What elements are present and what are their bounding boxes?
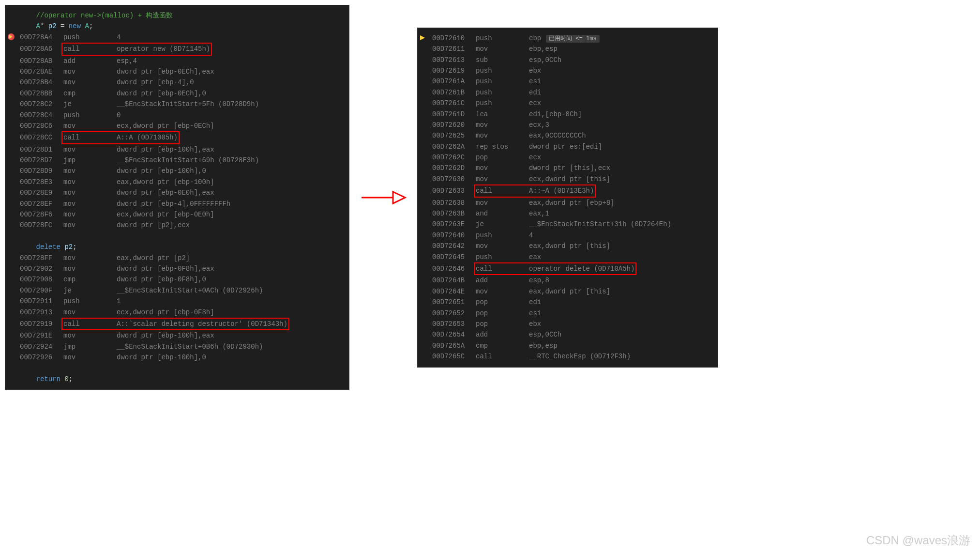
asm-line[interactable]: 00D728E3moveax,dword ptr [ebp-100h] — [20, 177, 344, 187]
asm-line[interactable]: 00D7265Ccall__RTC_CheckEsp (0D712F3h) — [432, 351, 713, 362]
asm-line[interactable]: 00D7262Arep stosdword ptr es:[edi] — [432, 141, 713, 152]
asm-line[interactable]: return 0; — [20, 374, 344, 384]
asm-line[interactable]: 00D7263Eje__$EncStackInitStart+31h (0D72… — [432, 219, 713, 230]
asm-line[interactable]: 00D72926movdword ptr [ebp-100h],0 — [20, 352, 344, 363]
asm-line[interactable]: 00D72630movecx,dword ptr [this] — [432, 174, 713, 184]
asm-line[interactable]: 00D72620movecx,3 — [432, 120, 713, 130]
asm-line[interactable]: 00D7264Baddesp,8 — [432, 275, 713, 286]
asm-line[interactable]: 00D7265Acmpebp,esp — [432, 340, 713, 351]
asm-line[interactable]: 00D728C4push0 — [20, 110, 344, 121]
asm-line[interactable]: 00D7263Bandeax,1 — [432, 208, 713, 219]
asm-line[interactable]: 00D72640push4 — [432, 230, 713, 241]
asm-line[interactable] — [20, 231, 344, 242]
asm-line[interactable]: 00D7261Dleaedi,[ebp-0Ch] — [432, 109, 713, 120]
asm-line[interactable] — [20, 363, 344, 374]
asm-line[interactable]: 00D7261Apushesi — [432, 76, 713, 87]
asm-line[interactable]: 00D72613subesp,0CCh — [432, 55, 713, 65]
asm-line[interactable]: 00D72619pushebx — [432, 65, 713, 76]
asm-line[interactable]: 00D7291Emovdword ptr [ebp-100h],eax — [20, 330, 344, 341]
asm-line[interactable]: A* p2 = new A; — [20, 21, 344, 31]
disassembly-right-panel: 00D72610pushebp已用时间 <= 1ms00D72611movebp… — [417, 28, 718, 368]
asm-line[interactable]: 00D728D1movdword ptr [ebp-100h],eax — [20, 144, 344, 155]
asm-line[interactable]: 00D728F6movecx,dword ptr [ebp-0E0h] — [20, 209, 344, 220]
asm-line[interactable]: 00D72919callA::`scalar deleting destruct… — [20, 318, 344, 330]
disassembly-left-panel: //operator new->(malloc) + 构造函数 A* p2 = … — [5, 5, 349, 390]
asm-line[interactable]: 00D72645pusheax — [432, 252, 713, 262]
asm-line[interactable]: 00D7264Emoveax,dword ptr [this] — [432, 286, 713, 297]
asm-line[interactable]: 00D728FCmovdword ptr [p2],ecx — [20, 220, 344, 230]
asm-line[interactable]: 00D72654addesp,0CCh — [432, 329, 713, 340]
asm-line[interactable]: 00D72610pushebp已用时间 <= 1ms — [432, 33, 713, 44]
asm-line[interactable]: 00D728D7jmp__$EncStackInitStart+69h (0D7… — [20, 155, 344, 166]
elapsed-time-badge: 已用时间 <= 1ms — [546, 35, 599, 43]
asm-line[interactable]: delete p2; — [20, 242, 344, 252]
svg-marker-1 — [393, 192, 405, 203]
asm-line[interactable]: 00D728AEmovdword ptr [ebp-0ECh],eax — [20, 66, 344, 77]
asm-line[interactable]: 00D72633callA::~A (0D713E3h) — [432, 184, 713, 197]
asm-line[interactable]: 00D728B4movdword ptr [ebp-4],0 — [20, 77, 344, 88]
asm-line[interactable]: 00D72653popebx — [432, 319, 713, 329]
asm-line[interactable]: 00D728D9movdword ptr [ebp-100h],0 — [20, 166, 344, 176]
asm-line[interactable]: 00D72651popedi — [432, 297, 713, 307]
asm-line[interactable]: 00D72625moveax,0CCCCCCCCh — [432, 130, 713, 141]
asm-line[interactable]: 00D728EFmovdword ptr [ebp-4],0FFFFFFFFh — [20, 199, 344, 209]
asm-line[interactable]: 00D7262Cpopecx — [432, 152, 713, 163]
flow-arrow-icon — [359, 183, 407, 212]
asm-line[interactable]: 00D728A4push4 — [20, 32, 344, 43]
asm-line[interactable]: 00D728FFmoveax,dword ptr [p2] — [20, 253, 344, 263]
asm-line[interactable]: 00D7261Cpushecx — [432, 98, 713, 108]
asm-line[interactable]: 00D728C2je__$EncStackInitStart+5Fh (0D72… — [20, 99, 344, 109]
asm-line[interactable]: 00D728BBcmpdword ptr [ebp-0ECh],0 — [20, 88, 344, 99]
asm-line[interactable]: 00D728CCcallA::A (0D71005h) — [20, 131, 344, 144]
asm-line[interactable]: 00D72642moveax,dword ptr [this] — [432, 241, 713, 251]
asm-line[interactable]: 00D72908cmpdword ptr [ebp-0F8h],0 — [20, 274, 344, 285]
asm-line[interactable]: 00D728ABaddesp,4 — [20, 56, 344, 66]
breakpoint-current-icon[interactable] — [8, 33, 15, 40]
current-line-arrow-icon — [420, 35, 425, 40]
asm-line[interactable]: 00D728A6calloperator new (0D71145h) — [20, 43, 344, 55]
asm-line[interactable]: 00D72913movecx,dword ptr [ebp-0F8h] — [20, 307, 344, 318]
asm-line[interactable]: 00D7262Dmovdword ptr [this],ecx — [432, 163, 713, 173]
asm-line[interactable]: 00D72611movebp,esp — [432, 44, 713, 54]
asm-line[interactable]: 00D72902movdword ptr [ebp-0F8h],eax — [20, 263, 344, 274]
asm-line[interactable]: 00D7290Fje__$EncStackInitStart+0ACh (0D7… — [20, 285, 344, 296]
asm-line[interactable]: 00D72652popesi — [432, 308, 713, 319]
asm-line[interactable]: 00D72924jmp__$EncStackInitStart+0B6h (0D… — [20, 341, 344, 352]
asm-line[interactable]: 00D728C6movecx,dword ptr [ebp-0ECh] — [20, 121, 344, 131]
asm-line[interactable]: //operator new->(malloc) + 构造函数 — [20, 10, 344, 21]
asm-line[interactable]: 00D72646calloperator delete (0D710A5h) — [432, 262, 713, 275]
asm-line[interactable]: 00D7261Bpushedi — [432, 87, 713, 98]
asm-line[interactable]: 00D728E9movdword ptr [ebp-0E0h],eax — [20, 187, 344, 198]
asm-line[interactable]: 00D72911push1 — [20, 296, 344, 307]
asm-line[interactable]: 00D72638moveax,dword ptr [ebp+8] — [432, 198, 713, 208]
